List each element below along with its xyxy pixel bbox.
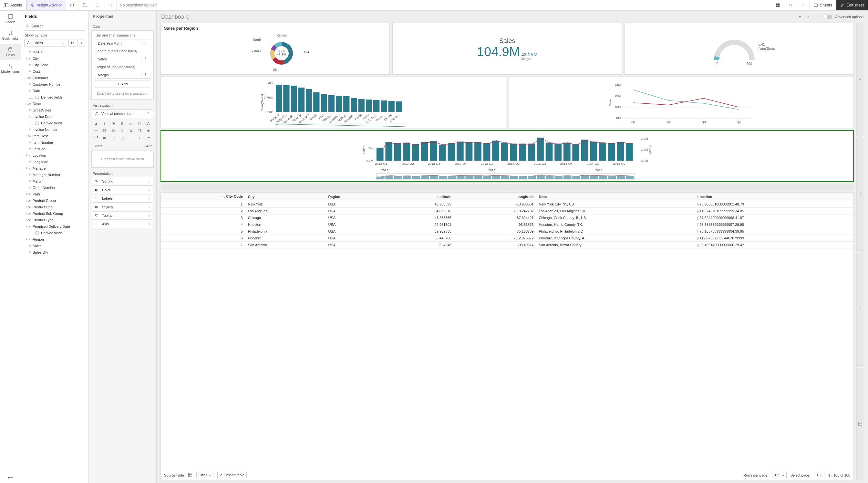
- viz-type-select[interactable]: Vertical combo chart⌃: [92, 109, 153, 118]
- expand-table-button[interactable]: ↗ Expand table: [217, 472, 246, 478]
- field-item[interactable]: AbcManager: [21, 165, 89, 172]
- add-button[interactable]: +: [797, 13, 803, 20]
- sheets-button[interactable]: Sheets: [810, 0, 836, 10]
- field-item[interactable]: AbcProduct Sub Group: [21, 210, 89, 217]
- measure-sales-pill[interactable]: Sales› ⋮: [95, 55, 150, 63]
- table-row[interactable]: 5PhiladelphiaUSA39.952335-75.163789Phila…: [161, 228, 854, 235]
- add-row-button[interactable]: +: [160, 184, 854, 190]
- field-item[interactable]: #GrossSales: [21, 107, 89, 113]
- field-item[interactable]: #Customer Number: [21, 81, 89, 88]
- viz-type-icon[interactable]: #1: [136, 127, 143, 134]
- pres-item-labels[interactable]: TLabels›: [92, 194, 153, 203]
- viz-type-icon[interactable]: ⊞: [110, 127, 117, 134]
- assets-button[interactable]: Assets: [0, 0, 26, 10]
- viz-type-icon[interactable]: ⬡: [136, 120, 143, 127]
- field-item[interactable]: Derived fields: [21, 94, 89, 100]
- field-item[interactable]: #Manager Number: [21, 172, 89, 178]
- field-item[interactable]: #Sales: [21, 243, 89, 249]
- add-slot-4[interactable]: [857, 368, 864, 481]
- rail-sheets[interactable]: Sheets: [0, 11, 21, 27]
- field-item[interactable]: Derived fields: [21, 120, 89, 126]
- table-row[interactable]: 1New YorkUSA40.730599-73.986581New York …: [161, 201, 854, 208]
- dashboard-title[interactable]: Dashboard: [161, 13, 797, 20]
- viz-type-icon[interactable]: 〰: [92, 127, 99, 134]
- viz-type-icon[interactable]: ⊞: [101, 134, 108, 141]
- field-item[interactable]: AbcProduct Type: [21, 217, 89, 223]
- viz-type-icon[interactable]: ▭: [127, 120, 134, 127]
- add-slot-2[interactable]: +: [857, 138, 864, 251]
- field-item[interactable]: AbcItem Desc: [21, 133, 89, 139]
- rpp-select[interactable]: 100 ⌄: [772, 472, 786, 478]
- field-item[interactable]: #City Code: [21, 62, 89, 68]
- viz-type-icon[interactable]: ◔: [110, 120, 117, 127]
- field-item[interactable]: #Cost: [21, 68, 89, 74]
- viz-type-icon[interactable]: ⋯: [145, 134, 152, 141]
- selections-tool-button[interactable]: [79, 0, 91, 10]
- field-item[interactable]: AbcProduct Group: [21, 198, 89, 204]
- viz-type-icon[interactable]: ⋮⋮: [92, 134, 99, 141]
- field-list[interactable]: #%KEYAbcCity#City Code#CostAbcCustomer#C…: [21, 49, 89, 483]
- field-item[interactable]: #Item Number: [21, 139, 89, 146]
- add-field-button[interactable]: +: [78, 39, 85, 47]
- pres-item-color[interactable]: ◐Color›: [92, 185, 153, 194]
- table-row[interactable]: 4HoustonUSA29.981501-95.53836Houston, Ha…: [161, 221, 854, 228]
- refresh-button[interactable]: ↻: [68, 39, 76, 47]
- field-item[interactable]: #Date: [21, 88, 89, 94]
- field-item[interactable]: #Sales Qty: [21, 249, 89, 255]
- field-item[interactable]: #%KEY: [21, 49, 89, 55]
- field-item[interactable]: Derived fields: [21, 230, 89, 236]
- pres-item-tooltip[interactable]: 🗨Tooltip›: [92, 211, 153, 220]
- viz-type-icon[interactable]: ⊞: [127, 134, 134, 141]
- rail-fields[interactable]: Fields: [0, 43, 21, 60]
- combo-card[interactable]: SalesMargin2.5M5M600k1.2M1.9M2012-Q12012…: [160, 130, 854, 182]
- field-item[interactable]: AbcCustomer: [21, 74, 89, 81]
- rail-collapse-button[interactable]: ⟵: [0, 472, 21, 483]
- line-card[interactable]: Sales8M10M12M14MQ1Q2Q3Q4: [508, 77, 854, 128]
- table-row[interactable]: 3ChicagoUSA41.875555-87.624421Chicago, C…: [161, 214, 854, 221]
- viz-type-icon[interactable]: ◢: [92, 120, 99, 127]
- prev-sheet-button[interactable]: ‹: [806, 13, 811, 20]
- step-fwd-button[interactable]: [104, 0, 117, 10]
- table-row[interactable]: 2Los AngelesUSA34.053678-118.242702Los A…: [161, 208, 854, 214]
- viz-type-icon[interactable]: ⫼: [101, 120, 108, 127]
- field-item[interactable]: AbcCity: [21, 55, 89, 62]
- field-item[interactable]: #Longitude: [21, 159, 89, 165]
- pres-item-axis[interactable]: ⌐Axis›: [92, 220, 153, 228]
- add-slot-3[interactable]: +: [857, 253, 864, 366]
- smart-search-button[interactable]: [66, 0, 79, 10]
- fields-search-input[interactable]: [30, 23, 84, 29]
- field-item[interactable]: AbcDesc: [21, 100, 89, 107]
- field-item[interactable]: #Order Number: [21, 184, 89, 191]
- add-slot-1[interactable]: +: [857, 23, 864, 136]
- viz-type-icon[interactable]: ▯: [119, 120, 126, 127]
- dimension-pill[interactable]: Date.YearMonth› ⋮: [95, 39, 150, 47]
- gauge-card[interactable]: 0.41 (sum(Sales) - sum(... 0 100: [624, 23, 854, 74]
- add-filter-button[interactable]: + Add: [144, 144, 152, 148]
- measure-margin-pill[interactable]: Margin› ⋮: [95, 71, 150, 79]
- data-table[interactable]: ↑ₐ City CodeCityRegionLatitudeLongitudeD…: [161, 192, 854, 248]
- table-row[interactable]: 7San AntonioUSA29.4246-98.49514San Anton…: [161, 242, 854, 248]
- field-item[interactable]: #Latitude: [21, 146, 89, 152]
- fields-search[interactable]: [24, 22, 85, 31]
- field-item[interactable]: AbcProduct Line: [21, 204, 89, 210]
- viz-type-icon[interactable]: ☷: [101, 127, 108, 134]
- field-item[interactable]: #Margin: [21, 178, 89, 184]
- field-item[interactable]: #Invoice Date: [21, 113, 89, 120]
- pres-item-styling[interactable]: ⊞Styling›: [92, 203, 153, 211]
- bar-card[interactable]: Sum(Sales)-500k2.75M6MParacelPageW...Dea…: [160, 77, 506, 128]
- kpi-card[interactable]: Sales 104.9M 43.25MMargin: [392, 23, 622, 74]
- viz-type-icon[interactable]: ⋀: [145, 120, 152, 127]
- table-card[interactable]: ↑ₐ City CodeCityRegionLatitudeLongitudeD…: [160, 192, 854, 480]
- field-item[interactable]: AbcPromised Delivery Date: [21, 223, 89, 230]
- insight-advisor-button[interactable]: Insight Advisor: [26, 0, 66, 10]
- viz-type-icon[interactable]: ⊕: [145, 127, 152, 134]
- viz-type-icon[interactable]: ⬚: [110, 134, 117, 141]
- add-measure-button[interactable]: + Add: [95, 80, 150, 88]
- viz-type-icon[interactable]: ⫿: [136, 134, 143, 141]
- field-item[interactable]: #Invoice Number: [21, 126, 89, 133]
- field-item[interactable]: AbcRegion: [21, 236, 89, 243]
- grid-button[interactable]: [772, 0, 784, 10]
- redo-button[interactable]: [797, 0, 810, 10]
- table-select[interactable]: All tables⌄: [24, 39, 67, 47]
- rail-bookmarks[interactable]: Bookmarks: [0, 27, 21, 43]
